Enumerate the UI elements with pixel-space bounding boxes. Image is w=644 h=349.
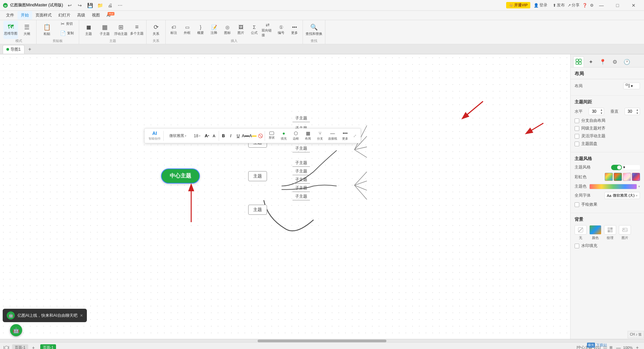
swatch-3[interactable] [623,173,631,181]
subtopic-1[interactable]: 子主题 [292,115,310,122]
tb-numbering-button[interactable]: ① 编号 [275,21,287,39]
ft-underline-button[interactable]: U [234,132,242,140]
bg-opt-image[interactable]: 图片 [619,225,631,240]
panel-tab-timer[interactable]: 🕐 [622,56,632,67]
ft-font-increase[interactable]: A+ [203,132,211,140]
ai-chat-button[interactable]: 🤖 [10,324,22,336]
more-button[interactable]: ⋯ [115,1,125,10]
tb-note-button[interactable]: 📝 注释 [208,21,220,39]
vertical-input[interactable]: 30 ▲ ▼ [625,108,640,115]
help-button[interactable]: ❓ [582,3,587,8]
ft-expand-button[interactable]: ⤢ [351,132,359,140]
minimize-button[interactable]: — [594,0,609,11]
undo-button[interactable]: ↩ [65,1,74,10]
subtopic-5[interactable]: 子主题 [292,159,310,167]
style-dropdown[interactable]: ▾ [623,165,640,169]
tb-child-theme-button[interactable]: ▦ 子主题 [97,21,112,39]
login-button[interactable]: 👤 登录 [534,2,547,8]
panel-tab-location[interactable]: 📍 [597,56,608,67]
shortcut-button[interactable]: CH ♪ 笛 [628,331,644,338]
canvas-area[interactable]: 中心主题 主题 主题 主题 子主题 子主题 子主题 子主题 子主题 子主题 子主… [0,54,570,339]
tb-summary-button[interactable]: } 概要 [195,21,207,39]
ft-font-dropdown[interactable]: 微软雅黑 ▾ [164,133,191,139]
topic-node-3[interactable]: 主题 [248,205,267,215]
checkbox-topic-fixed[interactable] [575,142,579,146]
bg-opt-texture[interactable]: 纹理 [604,225,616,240]
tab-add-button[interactable]: + [26,45,34,53]
tab-diagram1[interactable]: 导图1 [3,45,24,54]
ft-font-color-button[interactable]: A [242,132,249,140]
bg-opt-color[interactable]: 颜色 [589,225,601,240]
panel-tab-settings[interactable]: ⚙ [609,56,620,67]
panel-tab-style[interactable]: ✦ [585,56,596,67]
ft-font-size[interactable]: 18 ▾ [191,133,203,139]
tb-float-theme-button[interactable]: ⊞ 浮动主题 [113,21,128,39]
tb-theme-button[interactable]: ◼ 主题 [81,21,96,39]
ft-connect-button[interactable]: — 连接线 [326,130,339,142]
menu-file[interactable]: 文件 [3,11,17,19]
settings-button[interactable]: ⚙ [590,3,594,8]
subtopic-7[interactable]: 子主题 [292,176,310,184]
ft-ai-button[interactable]: AI 智能创作 [147,130,163,142]
vertical-down[interactable]: ▼ [635,111,640,115]
swatch-2[interactable] [614,173,622,181]
bg-opt-none[interactable]: 无 [575,225,587,240]
style-toggle-track[interactable] [611,165,622,170]
vip-button[interactable]: 👑 开通VIP [506,2,530,8]
topic-node-2[interactable]: 主题 [248,171,267,181]
zoom-in-button[interactable]: ＋ [634,344,641,349]
ft-more-button[interactable]: ••• 更多 [339,130,351,142]
tb-link-button[interactable]: ⇄ 双向链接 [262,21,274,39]
vertical-up[interactable]: ▲ [635,108,640,111]
tb-multi-theme-button[interactable]: ≡ 多个主题 [129,21,144,39]
menu-ai[interactable]: AI Hot [103,12,114,19]
page-minus-tab[interactable]: 页面-1 [12,344,28,349]
checkbox-handwriting[interactable] [575,202,579,207]
swatch-1[interactable] [605,173,613,181]
ft-layout-button[interactable]: ▦ 布局 [302,130,314,142]
theme-gradient-bar[interactable] [589,184,637,189]
checkbox-same-level-align[interactable] [575,126,579,131]
checkbox-free-layout[interactable] [575,118,579,123]
print-button[interactable]: 🖨 [105,1,115,10]
ft-fill-button[interactable]: ● 填充 [278,130,290,142]
horizontal-up[interactable]: ▲ [599,108,604,111]
ft-bg-color-button[interactable]: A [249,132,257,140]
share-button[interactable]: ↗ 分享 [568,2,580,8]
redo-button[interactable]: ↪ [75,1,85,10]
tb-image-button[interactable]: 🖼 图片 [235,21,247,39]
center-node[interactable]: 中心主题 [161,168,200,184]
menu-page-style[interactable]: 页面样式 [32,11,55,19]
ft-shape-button[interactable]: 形状 [266,131,278,141]
tb-outline-button[interactable]: ☰ 大纲 [19,21,34,39]
save-button[interactable]: 💾 [85,1,95,10]
ft-font-decrease[interactable]: A- [211,132,218,140]
tb-copy-button[interactable]: 📄 复制 [57,29,77,38]
subtopic-6[interactable]: 子主题 [292,168,310,175]
menu-start[interactable]: 开始 [17,11,32,19]
ft-border-button[interactable]: ⬡ 边框 [290,130,302,142]
tb-findreplace-button[interactable]: 🔍 查找和替换 [305,21,323,39]
tb-formula-button[interactable]: Σ 公式 [248,21,260,39]
ft-italic-button[interactable]: I [227,132,234,140]
menu-slideshow[interactable]: 幻灯片 [55,11,74,19]
checkbox-flexible-float[interactable] [575,134,579,139]
layout-dropdown[interactable]: ▾ [623,83,640,89]
tb-mark-button[interactable]: 🏷 标注 [168,21,180,39]
status-add-page[interactable]: + [30,344,38,349]
ft-bold-button[interactable]: B [220,132,227,140]
tb-outline2-button[interactable]: ▭ 外框 [181,21,193,39]
horizontal-down[interactable]: ▼ [599,111,604,115]
subtopic-9[interactable]: 子主题 [292,193,310,200]
checkbox-watermark[interactable] [575,244,579,248]
tb-paste-button[interactable]: 📋 粘贴 [39,21,55,39]
menu-view[interactable]: 视图 [89,11,103,19]
tb-relation-button[interactable]: ⟳ 关系 [149,21,163,39]
maximize-button[interactable]: □ [610,0,625,11]
current-page-tab[interactable]: 页面-1 [40,344,56,349]
font-selector[interactable]: Aa 微软雅黑 (大) ▾ [604,192,640,199]
panel-tab-layout[interactable] [573,56,584,67]
tb-mindmap-button[interactable]: 🗺 思维导图 [3,21,18,39]
folder-button[interactable]: 📁 [95,1,105,10]
tb-chart-button[interactable]: ◎ 图标 [221,21,233,39]
